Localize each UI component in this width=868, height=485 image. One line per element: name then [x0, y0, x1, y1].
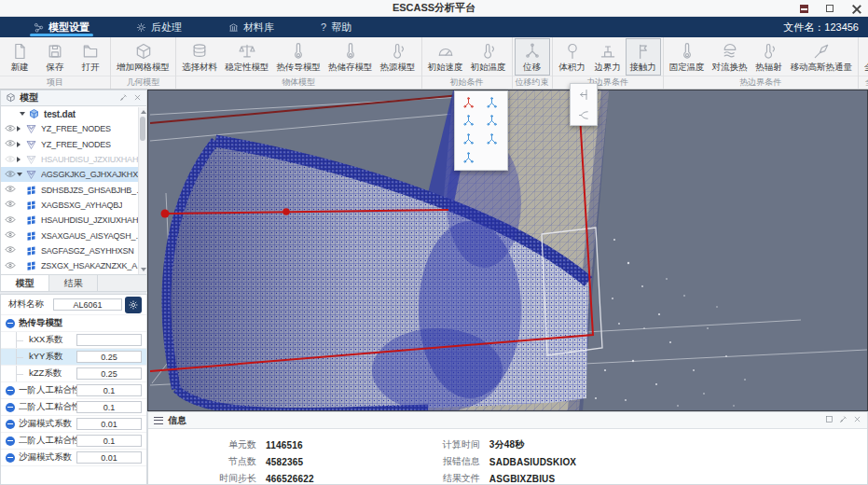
eye-icon[interactable] — [5, 215, 17, 226]
moving-gaussian-heat-flux-button[interactable]: 移动高斯热通量 — [787, 38, 857, 76]
eye-icon[interactable] — [5, 124, 17, 134]
scroll-up-icon[interactable] — [141, 110, 146, 114]
menu-post-processing[interactable]: 后处理 — [123, 17, 195, 37]
group-label: 几何模型 — [111, 76, 175, 89]
scroll-down-icon[interactable] — [141, 268, 146, 271]
displacement-button[interactable]: 位移 — [515, 38, 550, 76]
minimize-button[interactable] — [797, 2, 810, 15]
field-value: 1146516 — [266, 440, 303, 450]
save-button[interactable]: 保存 — [37, 38, 73, 76]
add-mesh-model-button[interactable]: 增加网格模型 — [113, 38, 173, 76]
heat-source-model-button[interactable]: 热源模型 — [377, 38, 420, 76]
expander-icon[interactable] — [20, 112, 27, 116]
convection-button[interactable]: 对流换热 — [709, 38, 751, 76]
boundary-force-button[interactable]: 边界力 — [590, 38, 626, 76]
ribbon-group-thermal-boundary: 固定温度 对流换热 热辐射 移动高斯热通量 热边界条件 — [664, 37, 860, 89]
displacement-option-icon-selected[interactable] — [458, 94, 478, 111]
displacement-option-icon[interactable] — [482, 94, 503, 111]
tree-item-disabled[interactable]: HSAUHDISU_JZXIUXHAHX — [1, 152, 146, 167]
tree-item[interactable]: SDHSBJZS_GHSABJHB_ZAHU — [1, 182, 146, 197]
heat-conduction-section-row[interactable]: 热传导模型 — [1, 315, 146, 332]
expander-icon[interactable] — [17, 126, 24, 132]
result-file-field: 结果文件 ASGBIXZBIUS — [426, 470, 576, 485]
tree-item[interactable]: XSAXGAUS_AISYAQSH_ASHX — [1, 228, 146, 242]
tree-item[interactable]: YZ_FREE_NODES — [1, 137, 146, 152]
radiation-button[interactable]: 热辐射 — [751, 38, 787, 76]
scrollbar-thumb[interactable] — [140, 117, 145, 141]
contact-option-icon[interactable] — [573, 86, 594, 103]
fixed-temperature-button[interactable]: 固定温度 — [666, 38, 709, 76]
initial-velocity-button[interactable]: 初始速度 — [424, 38, 467, 76]
eye-icon[interactable] — [5, 261, 17, 271]
eye-icon[interactable] — [5, 245, 17, 256]
tree-item[interactable]: HSAUHDISU_JZXIUXHAHX — [1, 213, 146, 228]
tree-item-label: SAGFASGZ_ASYHHXSN — [41, 246, 134, 256]
material-name-input[interactable] — [53, 298, 122, 311]
restore-button[interactable] — [823, 2, 836, 15]
displacement-option-icon[interactable] — [482, 132, 503, 148]
close-icon[interactable] — [133, 93, 142, 104]
kzz-input[interactable] — [76, 367, 142, 380]
heat-conduction-model-button[interactable]: 热传导模型 — [273, 38, 325, 76]
open-button[interactable]: 打开 — [73, 38, 108, 76]
expander-icon[interactable] — [17, 142, 24, 147]
menu-material-library[interactable]: 材料库 — [215, 17, 287, 37]
button-label: 热源模型 — [380, 62, 416, 74]
collapse-icon[interactable] — [6, 319, 15, 328]
eye-icon[interactable] — [5, 230, 17, 241]
group-label: 位移约束 — [513, 76, 552, 89]
eye-icon[interactable] — [5, 170, 17, 180]
pin-icon[interactable] — [119, 93, 128, 104]
save-icon — [46, 42, 64, 61]
ribbon-group-force-boundary: 体积力 边界力 接触力 力边界条件 — [553, 37, 664, 89]
property-input[interactable] — [76, 418, 142, 430]
tree-item-selected[interactable]: AGSGKJKG_GJHXAJKHXA — [1, 167, 146, 182]
tree-item[interactable]: XAGBSXG_AYHAQBJ — [1, 198, 146, 213]
collapse-icon[interactable] — [6, 453, 15, 463]
eye-icon[interactable] — [5, 139, 17, 149]
heat-storage-model-button[interactable]: 热储存模型 — [324, 38, 377, 76]
property-input[interactable] — [76, 384, 142, 396]
kxx-input[interactable] — [76, 334, 142, 346]
collapse-icon[interactable] — [6, 403, 15, 412]
eye-icon[interactable] — [5, 200, 17, 210]
contact-force-button[interactable]: 接触力 — [626, 38, 661, 76]
stability-model-button[interactable]: 稳定性模型 — [221, 38, 273, 76]
new-button[interactable]: 新建 — [2, 38, 37, 76]
kyy-input[interactable] — [76, 351, 142, 363]
tree-item[interactable]: YZ_FREE_NODES — [1, 121, 146, 136]
tree-scrollbar[interactable] — [138, 107, 146, 274]
displacement-option-icon[interactable] — [458, 149, 478, 166]
close-button[interactable] — [849, 2, 862, 15]
collapse-icon[interactable] — [6, 436, 15, 446]
initial-temperature-button[interactable]: 初始温度 — [467, 38, 510, 76]
tab-model[interactable]: 模型 — [1, 275, 49, 291]
displacement-option-icon[interactable] — [458, 132, 478, 148]
tree-root-item[interactable]: test.dat — [1, 106, 146, 121]
menu-model-settings[interactable]: 模型设置 — [21, 17, 103, 37]
tree-item[interactable]: ZSXGX_HSAKAZNZXK_AHASX — [1, 258, 146, 273]
maximize-icon[interactable] — [825, 415, 834, 425]
expander-icon[interactable] — [17, 157, 24, 162]
tree-item[interactable]: SAGFASGZ_ASYHHXSN — [1, 243, 146, 258]
property-input[interactable] — [76, 451, 142, 464]
property-input[interactable] — [76, 435, 142, 447]
viewport-3d[interactable] — [147, 90, 868, 411]
contact-option-icon[interactable] — [573, 106, 594, 123]
displacement-option-icon[interactable] — [458, 113, 478, 130]
eye-icon[interactable] — [5, 185, 17, 195]
material-settings-button[interactable] — [125, 297, 142, 313]
close-icon[interactable] — [853, 415, 861, 425]
collapse-icon[interactable] — [6, 420, 15, 429]
tab-results[interactable]: 结果 — [49, 275, 98, 291]
body-force-button[interactable]: 体积力 — [555, 38, 590, 76]
expander-icon[interactable] — [17, 173, 24, 176]
global-settings-button[interactable]: 全局设置 — [861, 38, 868, 76]
pin-icon[interactable] — [839, 415, 847, 425]
menu-help[interactable]: ? 帮助 — [308, 17, 365, 37]
collapse-icon[interactable] — [6, 386, 15, 395]
displacement-option-icon[interactable] — [482, 113, 503, 130]
eye-icon[interactable] — [5, 155, 17, 165]
property-input[interactable] — [76, 401, 142, 413]
select-material-button[interactable]: 选择材料 — [178, 38, 221, 76]
